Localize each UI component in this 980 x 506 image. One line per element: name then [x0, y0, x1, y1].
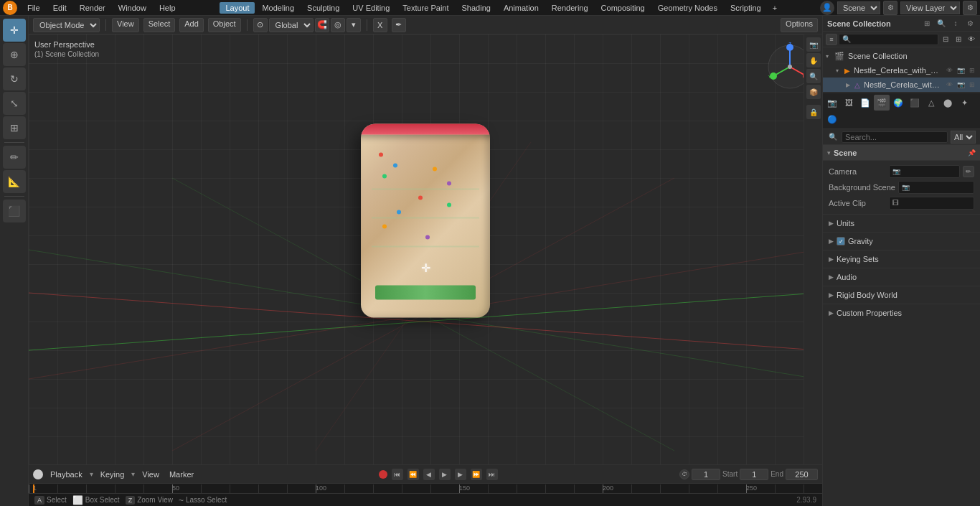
tool-move[interactable]: ⊕: [3, 43, 26, 66]
prop-mesh-icon[interactable]: △: [923, 95, 939, 111]
bg-scene-input[interactable]: 📷: [898, 181, 974, 194]
snap-toggle[interactable]: 🧲: [315, 18, 329, 32]
end-frame-input[interactable]: 250: [786, 469, 818, 480]
outliner-more-1[interactable]: ⊞: [967, 80, 977, 90]
record-button[interactable]: [379, 470, 387, 479]
prop-physics-icon[interactable]: 🔵: [824, 111, 840, 127]
tab-uv-editing[interactable]: UV Editing: [347, 2, 395, 14]
prop-material-icon[interactable]: ⬤: [940, 95, 956, 111]
gravity-checkbox[interactable]: ✓: [837, 237, 845, 245]
user-avatar[interactable]: 👤: [820, 1, 834, 15]
prop-object-icon[interactable]: ⬛: [907, 95, 923, 111]
timeline-ruler[interactable]: 1 50 100 150 200 250: [29, 483, 822, 493]
object-mode-select[interactable]: Object Mode: [33, 18, 100, 32]
tool-measure[interactable]: 📐: [3, 170, 26, 193]
select-menu[interactable]: Select: [143, 18, 176, 32]
keying-sets-header[interactable]: ▶ Keying Sets: [829, 252, 974, 266]
keying-dropdown-arrow[interactable]: ▾: [131, 470, 135, 478]
timeline-mode-indicator[interactable]: [33, 469, 43, 479]
outliner-search-box[interactable]: 🔍: [839, 34, 938, 45]
proportional-edit[interactable]: ◎: [331, 18, 345, 32]
outliner-filter[interactable]: ⊞: [921, 18, 933, 29]
next-keyframe-button[interactable]: ▶: [455, 469, 466, 480]
rigid-body-header[interactable]: ▶ Rigid Body World: [829, 288, 974, 302]
timeline-view-menu[interactable]: View: [139, 469, 162, 479]
tool-rotate[interactable]: ↻: [3, 67, 26, 90]
vp-zoom[interactable]: 🔍: [806, 69, 821, 83]
transform-pivot[interactable]: ⊙: [253, 18, 268, 32]
tab-geometry-nodes[interactable]: Geometry Nodes: [652, 2, 723, 14]
prop-world-icon[interactable]: 🌍: [890, 95, 906, 111]
tool-add-cube[interactable]: ⬛: [3, 200, 26, 222]
jump-end-button[interactable]: ⏭: [486, 469, 498, 480]
tab-animation[interactable]: Animation: [498, 2, 545, 14]
transform-space-select[interactable]: Global: [269, 18, 314, 32]
outliner-render-1[interactable]: 📷: [956, 80, 966, 90]
prop-render-icon[interactable]: 📷: [824, 95, 840, 111]
properties-search-input[interactable]: [842, 131, 948, 143]
camera-edit-btn[interactable]: ✏: [963, 166, 974, 177]
tab-compositing[interactable]: Compositing: [595, 2, 651, 14]
marker-menu[interactable]: Marker: [166, 469, 197, 479]
outliner-search[interactable]: 🔍: [936, 18, 947, 29]
outliner-visibility-1[interactable]: 👁: [944, 80, 954, 90]
outliner-item-0[interactable]: ▾ ▶ Nestle_Cerelac_with_Prune 👁 📷 ⊞: [823, 63, 980, 78]
prop-output-icon[interactable]: 🖼: [841, 95, 857, 111]
custom-props-header[interactable]: ▶ Custom Properties: [829, 306, 974, 320]
view-layer-options[interactable]: ⚙: [963, 1, 977, 15]
tab-rendering[interactable]: Rendering: [546, 2, 594, 14]
tab-texture-paint[interactable]: Texture Paint: [397, 2, 454, 14]
outliner-scene-collection[interactable]: ▾ 🎬 Scene Collection: [823, 49, 980, 63]
prev-keyframe-button[interactable]: ◀: [423, 469, 435, 480]
menu-render[interactable]: Render: [74, 2, 111, 14]
next-frame-button[interactable]: ⏩: [471, 469, 482, 480]
tab-layout[interactable]: Layout: [220, 2, 255, 14]
play-button[interactable]: ▶: [439, 469, 451, 480]
camera-input[interactable]: 📷: [889, 165, 960, 178]
playback-menu[interactable]: Playback: [47, 469, 85, 479]
playback-options[interactable]: ⏱: [679, 469, 689, 479]
outliner-restrict-cols[interactable]: 👁: [966, 34, 977, 45]
audio-header[interactable]: ▶ Audio: [829, 270, 974, 284]
scene-section-pin[interactable]: 📌: [968, 149, 976, 156]
menu-edit[interactable]: Edit: [47, 2, 72, 14]
jump-start-button[interactable]: ⏮: [392, 469, 403, 480]
tab-sculpting[interactable]: Sculpting: [301, 2, 345, 14]
vp-collection[interactable]: 📦: [806, 85, 821, 99]
menu-file[interactable]: File: [22, 2, 46, 14]
outliner-sort[interactable]: ⊟: [940, 34, 951, 45]
view-menu[interactable]: View: [112, 18, 139, 32]
vp-view-lock[interactable]: 🔒: [806, 105, 821, 119]
tab-modeling[interactable]: Modeling: [256, 2, 300, 14]
scene-select[interactable]: Scene: [837, 1, 880, 14]
outliner-item-1[interactable]: ▶ △ Nestle_Cerelac_with_Prun 👁 📷 ⊞: [823, 78, 980, 92]
scene-section-header[interactable]: ▾ Scene 📌: [823, 145, 980, 161]
vp-camera-view[interactable]: 📷: [806, 37, 821, 52]
gravity-header[interactable]: ▶ ✓ Gravity: [829, 234, 974, 248]
prop-view-layer-icon[interactable]: 📄: [857, 95, 873, 111]
prop-scene-icon[interactable]: 🎬: [874, 95, 890, 111]
menu-window[interactable]: Window: [113, 2, 152, 14]
add-tab-button[interactable]: +: [768, 2, 781, 14]
object-menu[interactable]: Object: [208, 18, 241, 32]
prop-particles-icon[interactable]: ✦: [956, 95, 972, 111]
active-clip-input[interactable]: 🎞: [889, 197, 974, 210]
outliner-view-toggle[interactable]: ⊞: [953, 34, 964, 45]
outliner-visibility-0[interactable]: 👁: [944, 65, 954, 75]
start-frame-input[interactable]: 1: [740, 469, 768, 480]
playback-dropdown-arrow[interactable]: ▾: [90, 470, 93, 478]
properties-filter-select[interactable]: All: [951, 131, 976, 144]
add-menu[interactable]: Add: [179, 18, 204, 32]
vp-hand-tool[interactable]: ✋: [806, 53, 821, 67]
view-layer-select[interactable]: View Layer: [900, 1, 960, 14]
outliner-more-0[interactable]: ⊞: [967, 65, 977, 75]
tool-cursor[interactable]: ✛: [3, 19, 26, 42]
outliner-settings[interactable]: ⚙: [964, 18, 976, 29]
tool-transform[interactable]: ⊞: [3, 116, 26, 139]
options-menu[interactable]: Options: [781, 18, 818, 32]
proportional-options[interactable]: ▾: [347, 18, 361, 32]
prev-frame-button[interactable]: ⏪: [407, 469, 419, 480]
tool-scale[interactable]: ⤡: [3, 92, 26, 115]
menu-help[interactable]: Help: [154, 2, 182, 14]
current-frame-input[interactable]: 1: [692, 469, 720, 480]
